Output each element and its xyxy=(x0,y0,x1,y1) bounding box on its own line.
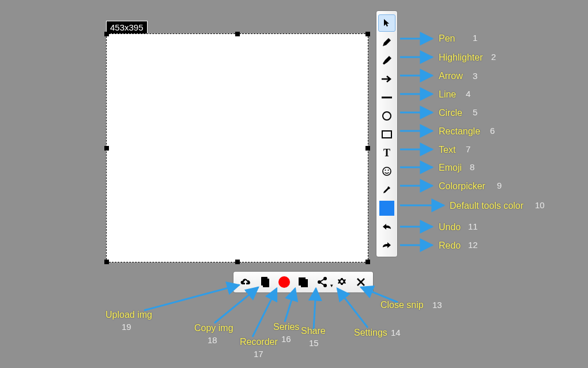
action-toolbar: ▾ xyxy=(233,271,374,293)
resize-handle-tr[interactable] xyxy=(365,32,370,36)
close-icon xyxy=(356,277,365,287)
text-tool[interactable]: T xyxy=(379,145,395,161)
resize-handle-br[interactable] xyxy=(365,260,370,264)
label-circle: Circle xyxy=(439,108,462,118)
resize-handle-bm[interactable] xyxy=(235,260,240,264)
arrow-icon xyxy=(381,75,393,83)
cursor-icon xyxy=(382,18,391,28)
svg-line-32 xyxy=(314,288,316,330)
text-icon: T xyxy=(383,147,390,159)
label-copy: Copy img xyxy=(194,323,233,333)
vertical-toolbar: T xyxy=(376,10,398,257)
default-color-swatch[interactable] xyxy=(379,201,394,216)
label-default-color: Default tools color xyxy=(450,201,523,211)
resize-handle-bl[interactable] xyxy=(104,260,109,264)
label-emoji: Emoji xyxy=(439,163,462,173)
rectangle-icon xyxy=(381,130,393,139)
arrow-tool[interactable] xyxy=(379,71,395,87)
svg-rect-8 xyxy=(263,279,269,287)
series-button[interactable] xyxy=(296,275,311,290)
emoji-tool[interactable] xyxy=(379,163,395,179)
svg-point-1 xyxy=(383,112,391,120)
label-undo: Undo xyxy=(439,222,461,232)
redo-button[interactable] xyxy=(379,237,395,253)
cursor-tool[interactable] xyxy=(378,14,395,32)
label-series: Series xyxy=(273,322,299,332)
svg-rect-11 xyxy=(301,279,308,287)
label-close: Close snip xyxy=(380,300,424,310)
upload-button[interactable] xyxy=(238,275,253,290)
capture-canvas[interactable] xyxy=(106,33,368,262)
close-button[interactable] xyxy=(353,275,368,290)
label-upload: Upload img xyxy=(105,310,152,320)
line-icon xyxy=(381,96,393,99)
colorpicker-tool[interactable] xyxy=(379,182,395,198)
undo-button[interactable] xyxy=(379,219,395,235)
share-button[interactable]: ▾ xyxy=(315,275,330,290)
num-9: 9 xyxy=(497,181,502,190)
label-colorpicker: Colorpicker xyxy=(439,181,485,191)
record-icon xyxy=(278,276,290,288)
pen-tool[interactable] xyxy=(379,34,395,50)
num-18: 18 xyxy=(208,335,217,345)
label-recorder: Recorder xyxy=(240,337,278,347)
label-line: Line xyxy=(439,89,456,100)
dropdown-caret-icon: ▾ xyxy=(330,283,333,288)
num-6: 6 xyxy=(490,126,495,136)
label-pen: Pen xyxy=(439,33,455,44)
colorpicker-icon xyxy=(382,185,392,195)
num-19: 19 xyxy=(122,322,131,332)
svg-point-15 xyxy=(340,280,343,283)
settings-button[interactable] xyxy=(334,275,349,290)
label-settings: Settings xyxy=(354,328,387,338)
svg-rect-2 xyxy=(382,131,391,138)
resize-handle-tl[interactable] xyxy=(104,32,109,36)
svg-point-4 xyxy=(385,170,386,171)
series-icon xyxy=(297,276,309,288)
upload-icon xyxy=(239,277,252,287)
resize-handle-mr[interactable] xyxy=(365,146,370,151)
num-10: 10 xyxy=(535,200,545,210)
num-15: 15 xyxy=(309,338,319,348)
num-14: 14 xyxy=(391,328,401,337)
settings-icon xyxy=(336,276,348,288)
circle-tool[interactable] xyxy=(379,108,395,124)
copy-icon xyxy=(259,276,270,288)
num-2: 2 xyxy=(491,52,496,62)
recorder-button[interactable] xyxy=(277,275,292,290)
num-4: 4 xyxy=(466,89,470,99)
svg-point-3 xyxy=(383,167,391,175)
line-tool[interactable] xyxy=(379,89,395,106)
highlighter-icon xyxy=(382,55,392,66)
num-12: 12 xyxy=(468,240,478,250)
pen-icon xyxy=(382,37,392,47)
label-rectangle: Rectangle xyxy=(439,126,480,137)
rectangle-tool[interactable] xyxy=(379,126,395,142)
copy-button[interactable] xyxy=(257,275,272,290)
label-highlighter: Highlighter xyxy=(439,52,483,63)
label-share: Share xyxy=(301,326,326,336)
undo-icon xyxy=(382,223,392,231)
num-11: 11 xyxy=(468,221,478,231)
num-7: 7 xyxy=(466,144,470,154)
resize-handle-tm[interactable] xyxy=(235,32,240,36)
num-3: 3 xyxy=(473,71,477,81)
highlighter-tool[interactable] xyxy=(379,52,395,69)
redo-icon xyxy=(382,241,392,249)
label-arrow: Arrow xyxy=(439,71,463,81)
num-1: 1 xyxy=(473,33,477,43)
svg-point-5 xyxy=(388,170,389,171)
share-icon xyxy=(316,276,328,288)
num-13: 13 xyxy=(432,300,442,310)
label-redo: Redo xyxy=(439,241,461,251)
num-16: 16 xyxy=(281,334,291,344)
num-8: 8 xyxy=(470,162,474,172)
svg-line-28 xyxy=(144,285,239,310)
stage: 453x395 T xyxy=(0,0,588,368)
svg-line-31 xyxy=(285,288,295,322)
circle-icon xyxy=(381,110,393,122)
num-17: 17 xyxy=(254,349,263,359)
dimension-badge: 453x395 xyxy=(106,21,148,34)
resize-handle-ml[interactable] xyxy=(104,146,109,151)
label-text: Text xyxy=(439,145,455,155)
